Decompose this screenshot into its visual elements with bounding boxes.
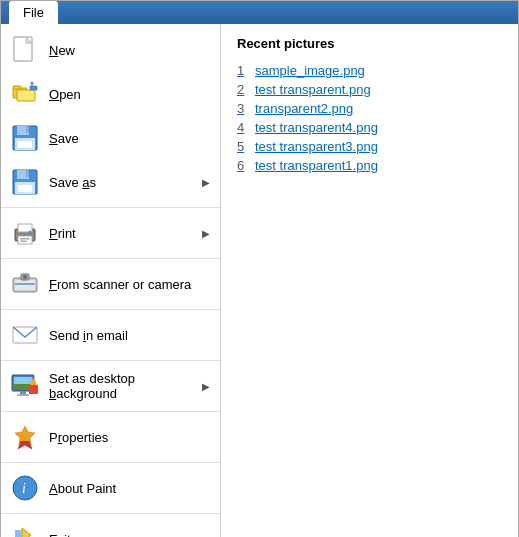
recent-item-4[interactable]: 4 test transparent4.png bbox=[237, 118, 502, 137]
recent-item-2[interactable]: 2 test transparent.png bbox=[237, 80, 502, 99]
menu-label-new: New bbox=[49, 43, 210, 58]
menu-label-save: Save bbox=[49, 131, 210, 146]
svg-rect-43 bbox=[15, 530, 22, 537]
svg-marker-42 bbox=[22, 528, 31, 537]
menu-label-open: Open bbox=[49, 87, 210, 102]
svg-rect-5 bbox=[17, 90, 35, 101]
divider-1 bbox=[1, 207, 220, 208]
menu-item-new[interactable]: New bbox=[1, 28, 220, 72]
svg-rect-4 bbox=[13, 86, 21, 89]
desktop-bg-icon bbox=[9, 370, 41, 402]
divider-2 bbox=[1, 258, 220, 259]
menu-label-save-as: Save as bbox=[49, 175, 198, 190]
recent-num-1: 1 bbox=[237, 63, 249, 78]
svg-rect-22 bbox=[18, 236, 32, 244]
menu-item-exit[interactable]: Exit bbox=[1, 517, 220, 537]
print-icon bbox=[9, 217, 41, 249]
properties-icon bbox=[9, 421, 41, 453]
svg-point-30 bbox=[23, 275, 27, 279]
recent-filename-5: test transparent3.png bbox=[255, 139, 378, 154]
divider-4 bbox=[1, 360, 220, 361]
menu-label-desktop-bg: Set as desktop background bbox=[49, 371, 198, 401]
recent-filename-2: test transparent.png bbox=[255, 82, 371, 97]
recent-filename-3: transparent2.png bbox=[255, 101, 353, 116]
menu-label-email: Send in email bbox=[49, 328, 210, 343]
recent-list: 1 sample_image.png 2 test transparent.pn… bbox=[237, 61, 502, 175]
recent-filename-6: test transparent1.png bbox=[255, 158, 378, 173]
recent-panel: Recent pictures 1 sample_image.png 2 tes… bbox=[221, 24, 518, 537]
exit-icon bbox=[9, 523, 41, 537]
file-tab[interactable]: File bbox=[9, 1, 58, 24]
menu-item-email[interactable]: Send in email bbox=[1, 313, 220, 357]
recent-pictures-title: Recent pictures bbox=[237, 36, 502, 51]
recent-item-6[interactable]: 6 test transparent1.png bbox=[237, 156, 502, 175]
menu-label-scanner: From scanner or camera bbox=[49, 277, 210, 292]
menu-item-scanner[interactable]: From scanner or camera bbox=[1, 262, 220, 306]
menu-item-properties[interactable]: Properties bbox=[1, 415, 220, 459]
menu-label-print: Print bbox=[49, 226, 198, 241]
svg-rect-16 bbox=[26, 170, 29, 177]
new-icon bbox=[9, 34, 41, 66]
menu-item-about[interactable]: i About Paint bbox=[1, 466, 220, 510]
menu-label-exit: Exit bbox=[49, 532, 210, 538]
paint-window: File New bbox=[0, 0, 519, 537]
menu-item-save-as[interactable]: + Save as ▶ bbox=[1, 160, 220, 204]
svg-rect-37 bbox=[29, 385, 38, 394]
save-as-icon: + bbox=[9, 166, 41, 198]
svg-text:+: + bbox=[29, 187, 34, 196]
svg-rect-35 bbox=[20, 391, 26, 394]
menu-panel: New Open bbox=[1, 24, 221, 537]
recent-num-6: 6 bbox=[237, 158, 249, 173]
svg-text:i: i bbox=[22, 481, 26, 496]
recent-filename-1: sample_image.png bbox=[255, 63, 365, 78]
divider-7 bbox=[1, 513, 220, 514]
recent-num-2: 2 bbox=[237, 82, 249, 97]
svg-marker-8 bbox=[30, 81, 34, 84]
menu-item-desktop-bg[interactable]: Set as desktop background ▶ bbox=[1, 364, 220, 408]
menu-item-print[interactable]: Print ▶ bbox=[1, 211, 220, 255]
about-icon: i bbox=[9, 472, 41, 504]
menu-item-save[interactable]: Save bbox=[1, 116, 220, 160]
desktop-bg-arrow: ▶ bbox=[202, 381, 210, 392]
recent-num-5: 5 bbox=[237, 139, 249, 154]
svg-rect-13 bbox=[18, 141, 32, 148]
svg-rect-11 bbox=[26, 126, 29, 133]
svg-rect-23 bbox=[20, 238, 30, 240]
divider-5 bbox=[1, 411, 220, 412]
menu-label-about: About Paint bbox=[49, 481, 210, 496]
print-arrow: ▶ bbox=[202, 228, 210, 239]
save-as-arrow: ▶ bbox=[202, 177, 210, 188]
title-bar: File bbox=[1, 1, 518, 24]
svg-point-25 bbox=[29, 231, 32, 234]
recent-item-5[interactable]: 5 test transparent3.png bbox=[237, 137, 502, 156]
divider-3 bbox=[1, 309, 220, 310]
main-content: New Open bbox=[1, 24, 518, 537]
svg-marker-6 bbox=[30, 86, 37, 90]
recent-num-4: 4 bbox=[237, 120, 249, 135]
svg-rect-36 bbox=[17, 394, 29, 396]
menu-label-properties: Properties bbox=[49, 430, 210, 445]
divider-6 bbox=[1, 462, 220, 463]
save-icon bbox=[9, 122, 41, 154]
scanner-icon bbox=[9, 268, 41, 300]
svg-rect-24 bbox=[20, 241, 27, 243]
recent-item-1[interactable]: 1 sample_image.png bbox=[237, 61, 502, 80]
recent-filename-4: test transparent4.png bbox=[255, 120, 378, 135]
recent-item-3[interactable]: 3 transparent2.png bbox=[237, 99, 502, 118]
menu-item-open[interactable]: Open bbox=[1, 72, 220, 116]
recent-num-3: 3 bbox=[237, 101, 249, 116]
email-icon bbox=[9, 319, 41, 351]
svg-rect-27 bbox=[15, 280, 35, 290]
open-icon bbox=[9, 78, 41, 110]
